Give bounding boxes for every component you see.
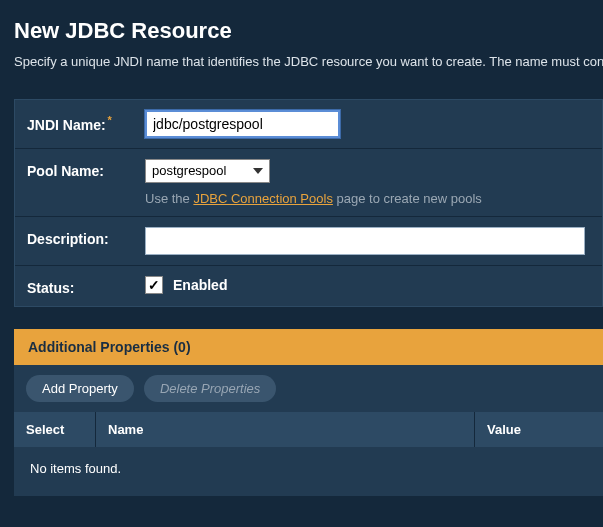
chevron-down-icon	[253, 168, 263, 174]
page-subtitle: Specify a unique JNDI name that identifi…	[14, 54, 603, 69]
table-header: Select Name Value	[14, 412, 603, 447]
jndi-label: JNDI Name:*	[27, 110, 145, 133]
jndi-row: JNDI Name:*	[15, 100, 602, 149]
jndi-name-input[interactable]	[145, 110, 340, 138]
delete-properties-button: Delete Properties	[144, 375, 276, 402]
status-enabled-label: Enabled	[173, 277, 227, 293]
status-checkbox[interactable]: ✓	[145, 276, 163, 294]
description-input[interactable]	[145, 227, 585, 255]
additional-props-header: Additional Properties (0)	[14, 329, 603, 365]
status-row: Status: ✓ Enabled	[15, 266, 602, 306]
jdbc-pools-link[interactable]: JDBC Connection Pools	[193, 191, 332, 206]
page-title: New JDBC Resource	[14, 18, 603, 44]
pool-selected-value: postgrespool	[146, 160, 269, 181]
form-panel: JNDI Name:* Pool Name: postgrespool Use …	[14, 99, 603, 307]
pool-label: Pool Name:	[27, 159, 145, 179]
pool-hint: Use the JDBC Connection Pools page to cr…	[145, 191, 590, 206]
col-value: Value	[475, 412, 603, 447]
check-icon: ✓	[148, 277, 160, 293]
pool-name-select[interactable]: postgrespool	[145, 159, 270, 183]
col-name: Name	[96, 412, 475, 447]
status-label: Status:	[27, 276, 145, 296]
pool-row: Pool Name: postgrespool Use the JDBC Con…	[15, 149, 602, 217]
description-label: Description:	[27, 227, 145, 247]
required-star-icon: *	[108, 114, 112, 126]
col-select: Select	[14, 412, 96, 447]
add-property-button[interactable]: Add Property	[26, 375, 134, 402]
button-row: Add Property Delete Properties	[14, 365, 603, 412]
description-row: Description:	[15, 217, 602, 266]
table-empty-message: No items found.	[14, 447, 603, 496]
